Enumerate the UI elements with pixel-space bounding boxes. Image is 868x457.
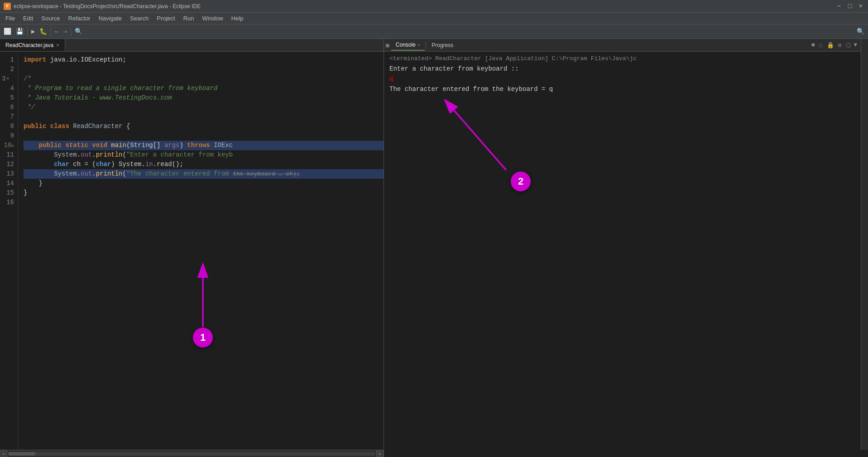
toolbar: ⬜ 💾 ▶ 🐛 ← → 🔍 🔍 [0, 24, 868, 39]
console-clear-btn[interactable]: ☐ [818, 41, 824, 49]
console-icon: ▣ [386, 42, 389, 49]
menu-search[interactable]: Search [126, 14, 152, 23]
toolbar-search[interactable]: 🔍 [73, 27, 84, 36]
scrollbar-track [8, 452, 375, 456]
editor-tabs: ReadCharacter.java × [0, 39, 384, 52]
console-minimize-btn[interactable]: ▼ [852, 41, 858, 49]
maximize-button[interactable]: □ [846, 3, 854, 10]
console-tab-close[interactable]: × [417, 42, 420, 48]
scroll-right-btn[interactable]: ▸ [376, 450, 384, 457]
eclipse-icon: e [4, 3, 11, 10]
bottom-scrollbar[interactable]: ◂ ▸ [0, 450, 384, 457]
menu-help[interactable]: Help [228, 14, 247, 23]
tab-console[interactable]: Console × [391, 40, 425, 51]
tab-label: ReadCharacter.java [5, 42, 53, 48]
menu-navigate[interactable]: Navigate [95, 14, 125, 23]
window-title: eclipse-workspace - TestingDocsProject/s… [14, 3, 835, 10]
tab-read-character[interactable]: ReadCharacter.java × [0, 39, 65, 51]
menu-refactor[interactable]: Refactor [65, 14, 94, 23]
menu-window[interactable]: Window [199, 14, 227, 23]
scrollbar-thumb [8, 452, 35, 456]
close-button[interactable]: × [857, 3, 864, 10]
console-settings-btn[interactable]: ⚙ [837, 41, 843, 49]
editor-panel: ReadCharacter.java × 1 2 3⊙ 4 5 6 7 8 9 … [0, 39, 384, 457]
menu-project[interactable]: Project [153, 14, 178, 23]
console-tab-label: Console [396, 42, 416, 48]
toolbar-back[interactable]: ← [53, 27, 60, 36]
console-scroll-lock-btn[interactable]: 🔒 [825, 41, 835, 49]
console-tabs: ▣ Console × Progress ■ ☐ 🔒 ⚙ ⬡ ▼ × [384, 39, 868, 52]
menu-bar: File Edit Source Refactor Navigate Searc… [0, 13, 868, 24]
menu-edit[interactable]: Edit [19, 14, 37, 23]
console-content: <terminated> ReadCharacter [Java Applica… [384, 52, 868, 457]
toolbar-save[interactable]: 💾 [14, 27, 25, 36]
editor-content[interactable]: 1 2 3⊙ 4 5 6 7 8 9 10⊙ 11 12 13 14 15 16 [0, 52, 384, 450]
toolbar-sep-3 [71, 27, 71, 36]
console-expand-btn[interactable]: ⬡ [846, 42, 851, 49]
tab-progress[interactable]: Progress [427, 40, 458, 50]
svg-line-3 [454, 110, 506, 170]
scroll-left-btn[interactable]: ◂ [0, 450, 7, 457]
toolbar-sep-1 [27, 27, 28, 36]
menu-source[interactable]: Source [38, 14, 63, 23]
search-icon: 🔍 [857, 28, 864, 35]
console-tab-sep [426, 42, 426, 49]
toolbar-sep-2 [51, 27, 51, 36]
main-area: ReadCharacter.java × 1 2 3⊙ 4 5 6 7 8 9 … [0, 39, 868, 457]
toolbar-new[interactable]: ⬜ [2, 27, 13, 36]
console-toolbar: ■ ☐ 🔒 ⚙ ⬡ ▼ × [810, 41, 866, 49]
annotation-arrow-1 [0, 52, 384, 450]
menu-run[interactable]: Run [180, 14, 198, 23]
toolbar-forward[interactable]: → [62, 27, 69, 36]
minimize-button[interactable]: − [835, 3, 843, 10]
menu-file[interactable]: File [2, 14, 19, 23]
progress-tab-label: Progress [432, 42, 453, 48]
title-bar: e eclipse-workspace - TestingDocsProject… [0, 0, 868, 13]
toolbar-run[interactable]: ▶ [29, 27, 37, 36]
tab-close-button[interactable]: × [56, 42, 59, 48]
window-controls: − □ × [835, 3, 864, 10]
toolbar-debug[interactable]: 🐛 [38, 27, 49, 36]
console-panel: ▣ Console × Progress ■ ☐ 🔒 ⚙ ⬡ ▼ × <term… [384, 39, 868, 457]
console-stop-btn[interactable]: ■ [810, 41, 816, 49]
annotation-arrow-2 [384, 52, 868, 233]
